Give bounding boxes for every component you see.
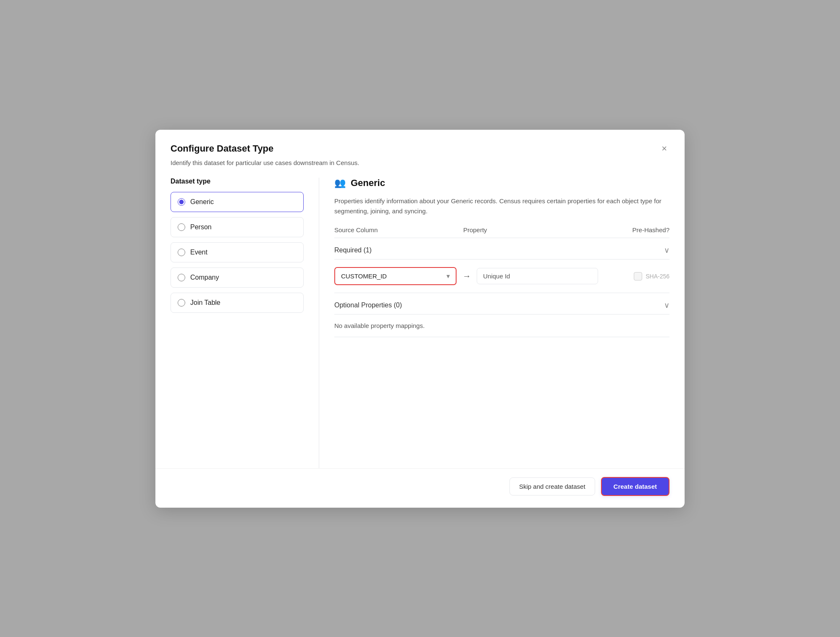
modal-title: Configure Dataset Type	[171, 143, 273, 154]
right-panel: 👥 Generic Properties identify informatio…	[319, 178, 685, 468]
option-event-label: Event	[190, 249, 207, 256]
option-company-label: Company	[190, 274, 219, 281]
modal-header: Configure Dataset Type ×	[155, 130, 685, 154]
required-section-label: Required (1)	[334, 246, 372, 254]
no-mappings-text: No available property mappings.	[334, 315, 669, 337]
generic-icon: 👥	[334, 178, 346, 189]
option-join-table-label: Join Table	[190, 299, 220, 307]
skip-button[interactable]: Skip and create dataset	[509, 477, 595, 495]
modal-footer: Skip and create dataset Create dataset	[155, 468, 685, 508]
modal-body: Dataset type Generic Person Event Compan…	[155, 178, 685, 468]
option-person-label: Person	[190, 223, 212, 231]
table-header: Source Column Property Pre-Hashed?	[334, 226, 669, 238]
option-generic[interactable]: Generic	[171, 192, 304, 212]
chevron-down-icon: ∨	[664, 301, 669, 310]
source-select-value: CUSTOMER_ID	[341, 273, 387, 280]
prehash-checkbox[interactable]	[634, 272, 642, 280]
col-header-property: Property	[463, 226, 592, 233]
create-dataset-button[interactable]: Create dataset	[601, 477, 669, 496]
right-panel-title: Generic	[351, 178, 385, 189]
mapping-row: CUSTOMER_ID ▾ → SHA-256	[334, 260, 669, 293]
sha-label: SHA-256	[646, 273, 669, 280]
modal-dialog: Configure Dataset Type × Identify this d…	[155, 130, 685, 508]
property-input[interactable]	[477, 268, 598, 284]
arrow-icon: →	[462, 271, 471, 281]
option-event[interactable]: Event	[171, 242, 304, 262]
option-join-table[interactable]: Join Table	[171, 293, 304, 313]
chevron-up-icon: ∨	[664, 246, 669, 255]
option-company[interactable]: Company	[171, 267, 304, 288]
option-person[interactable]: Person	[171, 217, 304, 237]
optional-section-row[interactable]: Optional Properties (0) ∨	[334, 293, 669, 315]
left-panel: Dataset type Generic Person Event Compan…	[155, 178, 319, 468]
required-section-row[interactable]: Required (1) ∨	[334, 238, 669, 260]
right-panel-description: Properties identify information about yo…	[334, 196, 669, 216]
right-panel-header: 👥 Generic	[334, 178, 669, 189]
dataset-type-label: Dataset type	[171, 178, 304, 185]
col-header-source: Source Column	[334, 226, 463, 233]
close-button[interactable]: ×	[659, 143, 669, 154]
optional-section-label: Optional Properties (0)	[334, 301, 402, 309]
modal-overlay: Configure Dataset Type × Identify this d…	[0, 0, 840, 637]
dropdown-arrow-icon: ▾	[446, 272, 450, 280]
prehash-cell: SHA-256	[604, 272, 669, 280]
option-generic-label: Generic	[190, 198, 214, 206]
col-header-prehashed: Pre-Hashed?	[592, 226, 669, 233]
modal-subtitle: Identify this dataset for particular use…	[155, 154, 685, 168]
source-column-select[interactable]: CUSTOMER_ID ▾	[334, 267, 457, 285]
